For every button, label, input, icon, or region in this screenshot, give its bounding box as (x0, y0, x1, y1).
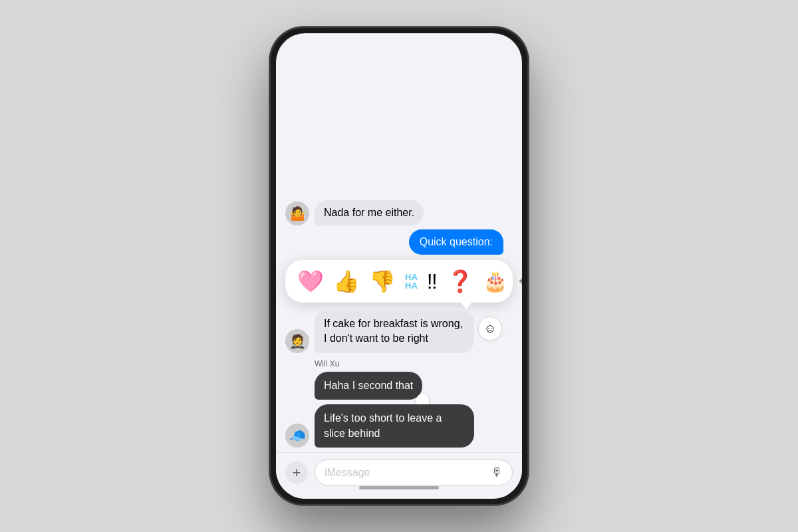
reaction-question[interactable]: ❓ (447, 271, 473, 292)
life-short-avatar: 🧢 (285, 424, 309, 448)
cake-message-row: 🤵 If cake for breakfast is wrong, I don'… (285, 310, 513, 353)
life-short-bubble: Life's too short to leave a slice behind (315, 404, 474, 448)
reaction-thumbs-up[interactable]: 👍 (333, 271, 360, 292)
imessage-input[interactable]: iMessage 🎙 (315, 460, 513, 485)
imessage-placeholder: iMessage (325, 467, 370, 479)
microphone-icon[interactable]: 🎙 (491, 466, 503, 479)
reaction-heart[interactable]: 🩷 (297, 271, 324, 292)
more-icon: ✦ (517, 273, 522, 289)
cake-message-text: If cake for breakfast is wrong, I don't … (324, 318, 463, 344)
life-short-row: 🧢 Life's too short to leave a slice behi… (285, 404, 513, 448)
messages-area: 🤷 Nada for me either. Quick question: 🩷 … (276, 33, 522, 452)
phone-frame-wrapper: 🤷 Nada for me either. Quick question: 🩷 … (269, 27, 529, 505)
reaction-haha[interactable]: HA HA (405, 273, 418, 290)
reaction-thumbs-down[interactable]: 👎 (369, 271, 396, 292)
reaction-picker[interactable]: 🩷 👍 👎 HA HA ‼️ ❓ 🎂 ✦ (285, 260, 513, 303)
smiley-icon: ☺️ (484, 322, 496, 336)
reaction-exclamation[interactable]: ‼️ (427, 271, 438, 292)
nada-text: Nada for me either. (324, 207, 414, 218)
sender-name-label: Will Xu (305, 359, 522, 368)
cake-sender-avatar: 🤵 (285, 329, 309, 353)
haha-message-text: Haha I second that (324, 380, 413, 391)
reaction-more-button[interactable]: ✦ (517, 269, 522, 293)
haha-message-bubble: Haha I second that ‼️ (315, 372, 422, 400)
haha-message-row: Haha I second that ‼️ (285, 372, 513, 400)
nada-bubble: Nada for me either. (315, 200, 424, 225)
quick-question-text: Quick question: (420, 236, 493, 247)
smiley-tapback: ☺️ (478, 317, 502, 340)
reaction-cake[interactable]: 🎂 (483, 271, 507, 291)
life-short-text: Life's too short to leave a slice behind (324, 412, 442, 438)
cake-message-bubble: If cake for breakfast is wrong, I don't … (315, 310, 474, 353)
nada-avatar: 🤷 (285, 201, 309, 225)
plus-button[interactable]: + (285, 462, 308, 484)
phone-screen: 🤷 Nada for me either. Quick question: 🩷 … (276, 33, 522, 499)
nada-message-row: 🤷 Nada for me either. (285, 200, 513, 225)
home-indicator (359, 486, 439, 489)
input-bar: + iMessage 🎙 (276, 452, 522, 499)
plus-icon: + (293, 464, 301, 481)
quick-question-bubble: Quick question: (409, 229, 503, 255)
